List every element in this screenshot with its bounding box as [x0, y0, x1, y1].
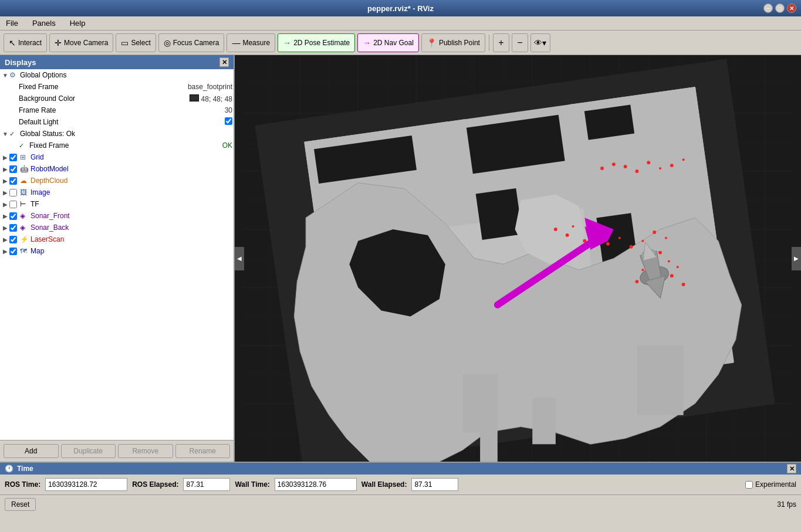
- depth-cloud-checkbox[interactable]: [9, 177, 17, 185]
- tf-icon: ⊢: [20, 200, 31, 208]
- experimental-label: Experimental: [755, 480, 796, 489]
- grid-icon: ⊞: [20, 153, 31, 161]
- sonar-back-checkbox[interactable]: [9, 224, 17, 232]
- laser-scan-checkbox[interactable]: [9, 236, 17, 243]
- fixed-frame-status-label: Fixed Frame: [29, 141, 220, 150]
- reset-button[interactable]: Reset: [5, 498, 36, 511]
- sonar-front-checkbox[interactable]: [9, 212, 17, 220]
- window-controls[interactable]: ─ □ ✕: [763, 4, 796, 13]
- sonar-front-label: Sonar_Front: [31, 212, 232, 220]
- close-button[interactable]: ✕: [787, 4, 796, 13]
- zoom-in-button[interactable]: +: [493, 33, 509, 52]
- map-row[interactable]: ▶ 🗺 Map: [0, 245, 234, 257]
- image-row[interactable]: ▶ 🖼 Image: [0, 187, 234, 198]
- global-status-expand[interactable]: ▼: [1, 131, 9, 137]
- global-options-expand[interactable]: ▼: [1, 72, 9, 79]
- interact-button[interactable]: ↖ Interact: [4, 33, 47, 52]
- svg-point-81: [668, 260, 670, 262]
- experimental-checkbox[interactable]: [745, 481, 753, 489]
- sonar-back-row[interactable]: ▶ ◈ Sonar_Back: [0, 222, 234, 233]
- default-light-checkbox[interactable]: [225, 117, 232, 125]
- robot-model-checkbox[interactable]: [9, 165, 17, 173]
- tf-expand[interactable]: ▶: [1, 201, 9, 208]
- move-camera-button[interactable]: ✛ Move Camera: [49, 33, 113, 52]
- default-light-row[interactable]: Default Light: [9, 116, 234, 128]
- sonar-front-row[interactable]: ▶ ◈ Sonar_Front: [0, 210, 234, 222]
- laser-scan-expand[interactable]: ▶: [1, 236, 9, 243]
- time-close-button[interactable]: ✕: [787, 464, 796, 473]
- time-panel: 🕐 Time ✕ ROS Time: ROS Elapsed: Wall Tim…: [0, 462, 801, 494]
- add-button[interactable]: Add: [4, 444, 59, 458]
- fixed-frame-status-row[interactable]: ✓ Fixed Frame OK: [9, 140, 234, 151]
- svg-point-69: [630, 245, 633, 249]
- sonar-front-expand[interactable]: ▶: [1, 213, 9, 219]
- svg-point-72: [665, 237, 667, 239]
- left-panel: Displays ✕ ▼ ⚙ Global Options Fixed Fram…: [0, 55, 235, 462]
- svg-point-57: [635, 170, 638, 173]
- depth-cloud-expand[interactable]: ▶: [1, 178, 9, 184]
- ros-elapsed-input[interactable]: [183, 478, 230, 491]
- focus-camera-button[interactable]: ◎ Focus Camera: [158, 33, 225, 52]
- wall-time-label: Wall Time:: [235, 480, 269, 489]
- displays-close-button[interactable]: ✕: [219, 57, 229, 67]
- svg-rect-50: [462, 375, 497, 433]
- default-light-value: [222, 117, 232, 127]
- wall-time-input[interactable]: [275, 478, 357, 491]
- svg-point-68: [619, 237, 621, 239]
- publish-point-button[interactable]: 📍 Publish Point: [421, 33, 485, 52]
- fixed-frame-value[interactable]: base_footprint: [185, 83, 232, 91]
- background-color-row[interactable]: Background Color 48; 48; 48: [9, 93, 234, 104]
- grid-checkbox[interactable]: [9, 154, 17, 161]
- ros-time-input[interactable]: [45, 478, 127, 491]
- grid-row[interactable]: ▶ ⊞ Grid: [0, 151, 234, 163]
- maximize-button[interactable]: □: [775, 4, 785, 13]
- global-status-row[interactable]: ▼ ✓ Global Status: Ok: [0, 128, 234, 140]
- time-content: ROS Time: ROS Elapsed: Wall Time: Wall E…: [0, 475, 801, 494]
- svg-rect-51: [532, 398, 556, 444]
- robot-model-row[interactable]: ▶ 🤖 RobotModel: [0, 163, 234, 175]
- minimize-button[interactable]: ─: [763, 4, 773, 13]
- wall-elapsed-input[interactable]: [411, 478, 458, 491]
- right-collapse-button[interactable]: ▶: [792, 247, 801, 270]
- 2d-pose-button[interactable]: → 2D Pose Estimate: [278, 33, 355, 52]
- sonar-back-expand[interactable]: ▶: [1, 225, 9, 231]
- select-icon: ▭: [121, 38, 129, 48]
- menu-help[interactable]: Help: [66, 18, 89, 29]
- zoom-out-button[interactable]: −: [512, 33, 528, 52]
- robot-model-expand[interactable]: ▶: [1, 166, 9, 172]
- frame-rate-value[interactable]: 30: [222, 106, 232, 114]
- measure-button[interactable]: — Measure: [227, 33, 275, 52]
- map-view[interactable]: [235, 55, 801, 462]
- image-checkbox[interactable]: [9, 189, 17, 196]
- tf-checkbox[interactable]: [9, 201, 17, 208]
- background-color-label: Background Color: [19, 94, 187, 103]
- menu-panels[interactable]: Panels: [29, 18, 59, 29]
- laser-scan-row[interactable]: ▶ ⚡ LaserScan: [0, 233, 234, 245]
- 2d-nav-button[interactable]: → 2D Nav Goal: [357, 33, 419, 52]
- rename-button[interactable]: Rename: [175, 444, 231, 458]
- global-options-children: Fixed Frame base_footprint Background Co…: [0, 81, 234, 128]
- duplicate-button[interactable]: Duplicate: [61, 444, 116, 458]
- displays-content[interactable]: ▼ ⚙ Global Options Fixed Frame base_foot…: [0, 69, 234, 440]
- remove-button[interactable]: Remove: [118, 444, 173, 458]
- global-options-row[interactable]: ▼ ⚙ Global Options: [0, 69, 234, 81]
- map-expand[interactable]: ▶: [1, 248, 9, 255]
- select-button[interactable]: ▭ Select: [116, 33, 156, 52]
- toolbar: ↖ Interact ✛ Move Camera ▭ Select ◎ Focu…: [0, 31, 801, 55]
- fixed-frame-row[interactable]: Fixed Frame base_footprint: [9, 81, 234, 93]
- depth-cloud-row[interactable]: ▶ ☁ DepthCloud: [0, 175, 234, 187]
- view-options-button[interactable]: 👁▾: [530, 33, 550, 52]
- svg-point-70: [641, 240, 644, 242]
- svg-point-61: [682, 158, 685, 161]
- frame-rate-row[interactable]: Frame Rate 30: [9, 104, 234, 116]
- grid-expand[interactable]: ▶: [1, 154, 9, 161]
- menu-file[interactable]: File: [2, 18, 22, 29]
- svg-rect-53: [480, 427, 498, 462]
- image-expand[interactable]: ▶: [1, 189, 9, 196]
- background-color-swatch[interactable]: [190, 94, 199, 101]
- map-checkbox[interactable]: [9, 248, 17, 255]
- viewport[interactable]: ◀ ▶: [235, 55, 801, 462]
- tf-row[interactable]: ▶ ⊢ TF: [0, 198, 234, 210]
- left-collapse-button[interactable]: ◀: [235, 247, 244, 270]
- publish-point-icon: 📍: [427, 38, 437, 48]
